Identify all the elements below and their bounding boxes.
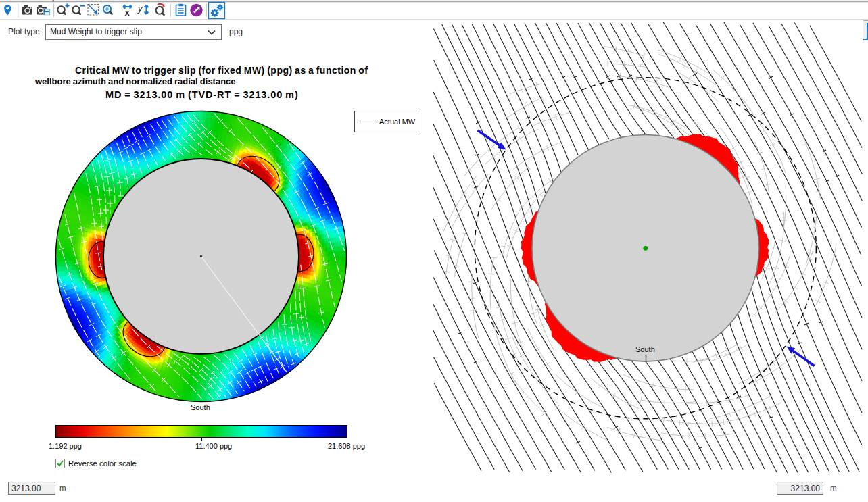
- svg-text:x: x: [125, 7, 130, 18]
- svg-text:y: y: [137, 3, 143, 14]
